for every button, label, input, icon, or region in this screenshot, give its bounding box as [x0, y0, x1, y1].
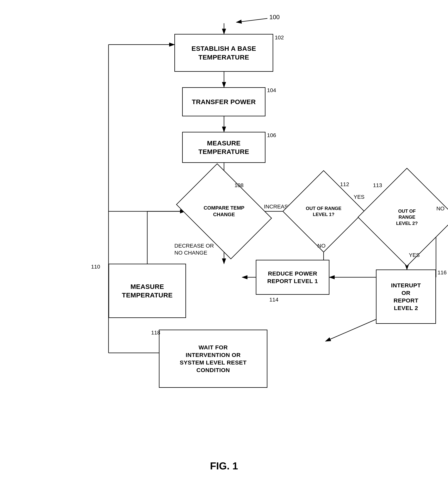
- ref-106: 106: [267, 132, 276, 138]
- ref-100: 100: [269, 14, 280, 21]
- ref-116: 116: [437, 270, 447, 276]
- ref-112: 112: [340, 181, 349, 188]
- label-decrease: DECREASE OR NO CHANGE: [174, 242, 214, 257]
- box-reduce-power: REDUCE POWER REPORT LEVEL 1: [256, 260, 329, 295]
- box116-label: INTERUPT OR REPORT LEVEL 2: [391, 282, 421, 312]
- label-no-113: NO: [436, 206, 445, 212]
- flowchart-diagram: 100 ESTABLISH A BASE TEMPERATURE 102 TRA…: [0, 0, 448, 495]
- svg-line-13: [326, 316, 384, 341]
- label-no-112: NO: [317, 243, 326, 249]
- diamond112-label: OUT OF RANGE LEVEL 1?: [306, 205, 342, 217]
- diamond113-label: OUT OF RANGE LEVEL 2?: [396, 208, 418, 226]
- box-wait-intervention: WAIT FOR INTERVENTION OR SYSTEM LEVEL RE…: [159, 330, 267, 388]
- box102-label: ESTABLISH A BASE TEMPERATURE: [191, 44, 256, 61]
- ref-108: 108: [235, 182, 244, 189]
- svg-line-22: [237, 18, 267, 22]
- diamond-compare-temp: COMPARE TEMP CHANGE: [185, 182, 263, 240]
- box114-label: REDUCE POWER REPORT LEVEL 1: [267, 270, 318, 285]
- figure-label: FIG. 1: [210, 460, 238, 472]
- box106-label: MEASURE TEMPERATURE: [198, 139, 249, 156]
- label-yes-113: YES: [409, 252, 420, 258]
- box-measure-temp-1: MEASURE TEMPERATURE: [182, 132, 265, 163]
- box-measure-temp-2: MEASURE TEMPERATURE: [108, 264, 186, 318]
- box-establish-base-temp: ESTABLISH A BASE TEMPERATURE: [174, 34, 273, 72]
- diamond108-label: COMPARE TEMP CHANGE: [204, 205, 244, 218]
- diamond-out-of-range-2: OUT OF RANGE LEVEL 2?: [372, 182, 442, 252]
- ref-118: 118: [151, 330, 160, 336]
- label-yes-112: YES: [354, 194, 365, 200]
- box104-label: TRANSFER POWER: [192, 97, 256, 106]
- ref-102: 102: [275, 35, 284, 41]
- box118-label: WAIT FOR INTERVENTION OR SYSTEM LEVEL RE…: [180, 344, 247, 374]
- box110-label: MEASURE TEMPERATURE: [122, 282, 173, 299]
- diamond-out-of-range-1: OUT OF RANGE LEVEL 1?: [294, 182, 353, 240]
- box-transfer-power: TRANSFER POWER: [182, 87, 265, 116]
- ref-104: 104: [267, 87, 276, 94]
- ref-114: 114: [269, 297, 278, 303]
- ref-113: 113: [373, 182, 382, 189]
- box-interrupt-report: INTERUPT OR REPORT LEVEL 2: [376, 270, 436, 324]
- ref-110: 110: [91, 264, 100, 270]
